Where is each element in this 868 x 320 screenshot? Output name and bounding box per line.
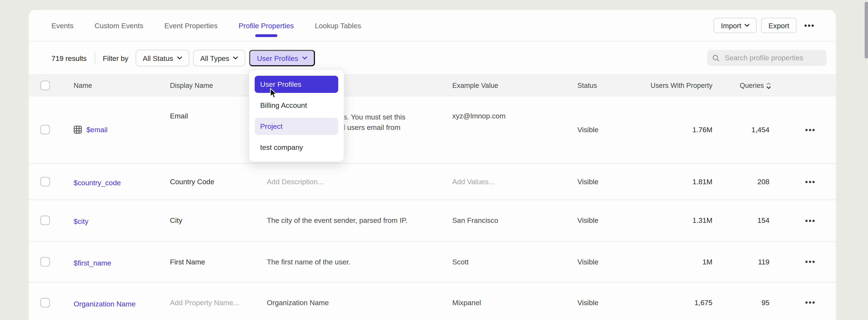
search-box[interactable] (707, 50, 826, 66)
entity-dropdown-menu: User Profiles Billing Account Project te… (249, 69, 344, 162)
type-filter-button[interactable]: All Types (193, 50, 245, 66)
property-name-link[interactable]: $city (74, 200, 165, 241)
row-actions-button[interactable]: ••• (803, 241, 818, 282)
chevron-down-icon (302, 57, 307, 60)
row-actions-button[interactable]: ••• (803, 200, 818, 241)
sort-icon[interactable] (766, 81, 771, 89)
property-name-link[interactable]: Organization Name (74, 283, 165, 320)
row-actions-button[interactable]: ••• (803, 164, 818, 200)
row-checkbox[interactable] (40, 177, 50, 186)
column-header-example-value[interactable]: Example Value (452, 75, 498, 96)
property-name-link[interactable]: $first_name (74, 241, 165, 282)
tab-custom-events[interactable]: Custom Events (95, 10, 144, 40)
queries-cell: 95 (723, 283, 769, 320)
display-name-cell[interactable]: City (170, 200, 263, 241)
entity-filter-button[interactable]: User Profiles (249, 50, 315, 66)
filter-row: 719 results Filter by All Status All Typ… (29, 41, 836, 74)
queries-cell: 119 (723, 241, 769, 282)
table-row[interactable]: $city City The city of the event sender,… (29, 200, 836, 241)
description-cell[interactable]: The first name of the user. (267, 241, 409, 282)
export-button[interactable]: Export (762, 17, 797, 33)
property-name-link[interactable]: $country_code (74, 164, 165, 200)
property-name-label: $first_name (74, 259, 111, 267)
tab-event-properties[interactable]: Event Properties (164, 10, 218, 40)
divider (95, 52, 95, 64)
dropdown-item-billing-account[interactable]: Billing Account (255, 97, 338, 114)
queries-cell: 154 (723, 200, 769, 241)
status-cell: Visible (578, 164, 598, 200)
dropdown-item-user-profiles[interactable]: User Profiles (255, 76, 338, 93)
property-name-label: $country_code (74, 179, 121, 187)
property-name-label: Organization Name (74, 299, 136, 308)
property-name-label: $email (87, 126, 108, 134)
grid-icon (74, 126, 82, 134)
row-checkbox[interactable] (40, 298, 50, 307)
tab-events[interactable]: Events (52, 10, 73, 40)
dropdown-item-project[interactable]: Project (255, 118, 338, 135)
status-cell: Visible (578, 200, 598, 241)
tab-bar: Events Custom Events Event Properties Pr… (52, 10, 361, 40)
users-with-property-cell: 1M (632, 241, 713, 282)
row-checkbox[interactable] (40, 125, 50, 134)
table-row[interactable]: $email Email The user's email address. Y… (29, 96, 836, 164)
example-value-cell[interactable]: xyz@lmnop.com (452, 96, 568, 163)
queries-cell: 1,454 (723, 96, 769, 163)
vertical-scrollbar-thumb[interactable] (865, 2, 868, 59)
example-value-cell[interactable]: San Francisco (452, 200, 568, 241)
dropdown-item-test-company[interactable]: test company (255, 139, 338, 156)
row-checkbox[interactable] (40, 216, 50, 225)
display-name-cell[interactable]: Country Code (170, 164, 263, 200)
property-name-label: $city (74, 217, 89, 226)
status-cell: Visible (578, 96, 598, 163)
export-label: Export (768, 21, 789, 30)
toolbar: Import Export ••• (714, 17, 818, 33)
status-filter-label: All Status (143, 54, 173, 62)
column-header-queries[interactable]: Queries (713, 75, 771, 96)
row-actions-button[interactable]: ••• (803, 96, 818, 163)
display-name-cell[interactable]: First Name (170, 241, 263, 282)
filter-by-label: Filter by (103, 54, 128, 62)
example-value-cell[interactable]: Scott (452, 241, 568, 282)
table-header: Name Display Name Example Value Status U… (29, 75, 836, 96)
status-filter-button[interactable]: All Status (135, 50, 189, 66)
description-cell[interactable]: Organization Name (267, 283, 409, 320)
chevron-down-icon (177, 57, 182, 60)
column-header-name[interactable]: Name (74, 75, 92, 96)
import-label: Import (721, 21, 741, 30)
users-with-property-cell: 1,675 (632, 283, 713, 320)
example-value-cell[interactable]: Mixpanel (452, 283, 568, 320)
column-header-display-name[interactable]: Display Name (170, 75, 213, 96)
search-input[interactable] (724, 53, 822, 62)
table-row[interactable]: Organization Name Add Property Name... O… (29, 283, 836, 320)
queries-cell: 208 (723, 164, 769, 200)
users-with-property-cell: 1.81M (632, 164, 713, 200)
queries-label: Queries (740, 81, 764, 89)
entity-filter-label: User Profiles (257, 54, 298, 62)
row-checkbox[interactable] (40, 257, 50, 266)
type-filter-label: All Types (200, 54, 229, 62)
table-row[interactable]: $country_code Country Code Add Descripti… (29, 164, 836, 200)
column-header-users-with-property[interactable]: Users With Property (632, 75, 713, 96)
table-row[interactable]: $first_name First Name The first name of… (29, 241, 836, 282)
display-name-cell[interactable]: Add Property Name... (170, 283, 263, 320)
description-cell[interactable]: The city of the event sender, parsed fro… (267, 200, 409, 241)
chevron-down-icon (233, 57, 238, 60)
import-button[interactable]: Import (714, 17, 757, 33)
chevron-down-icon (745, 24, 749, 27)
status-cell: Visible (578, 241, 598, 282)
row-actions-button[interactable]: ••• (803, 283, 818, 320)
table-body: $email Email The user's email address. Y… (29, 96, 836, 320)
status-cell: Visible (578, 283, 598, 320)
results-count: 719 results (52, 54, 87, 62)
lexicon-card: Events Custom Events Event Properties Pr… (29, 10, 836, 320)
tab-lookup-tables[interactable]: Lookup Tables (315, 10, 361, 40)
mouse-cursor (270, 88, 277, 99)
column-header-status[interactable]: Status (578, 75, 597, 96)
more-menu-button[interactable]: ••• (801, 21, 818, 30)
property-name-link[interactable]: $email (74, 96, 165, 163)
tabs-row: Events Custom Events Event Properties Pr… (29, 10, 836, 42)
tab-profile-properties[interactable]: Profile Properties (239, 10, 294, 40)
select-all-checkbox[interactable] (40, 81, 50, 90)
description-cell[interactable]: Add Description... (267, 164, 409, 200)
example-value-cell[interactable]: Add Values... (452, 164, 568, 200)
